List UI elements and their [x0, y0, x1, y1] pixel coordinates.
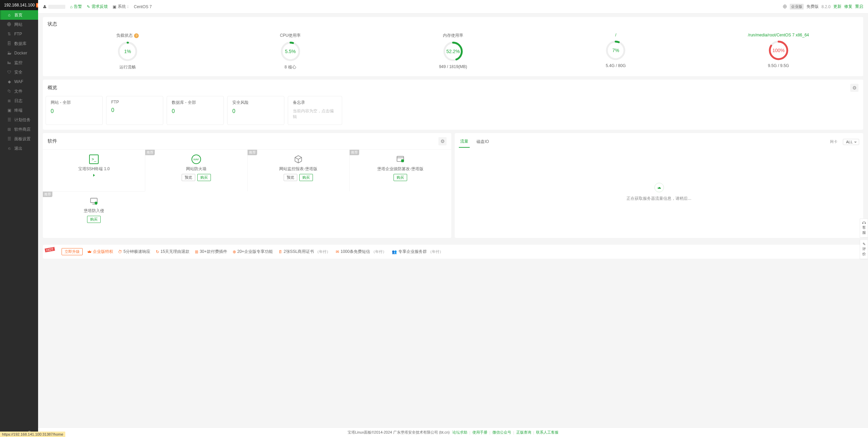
status-title: 状态	[48, 21, 57, 27]
play-indicator	[93, 174, 95, 177]
nav-waf[interactable]: ◆WAF	[0, 77, 38, 86]
nav-db[interactable]: 🗄︎数据库	[0, 39, 38, 48]
cs-button[interactable]: 🎧︎客服	[860, 218, 868, 238]
promo-icon: 📄︎	[278, 249, 282, 254]
help-icon[interactable]: ?	[134, 33, 139, 38]
globe-icon: 🌐︎	[7, 22, 12, 27]
float-buttons: 🎧︎客服 ✎评价	[860, 218, 868, 259]
software-item-2[interactable]: 推荐 网站监控报表-堡塔版 预览 购买	[247, 149, 349, 191]
card-title: FTP	[111, 100, 158, 104]
footer-link-4[interactable]: 联系人工客服	[536, 430, 558, 435]
buy-button[interactable]: 购买	[197, 174, 211, 181]
free-tag: 免费版	[806, 4, 819, 10]
software-item-3[interactable]: 推荐 堡塔企业级防篡改-堡塔版 购买	[349, 149, 451, 191]
headset-icon: 🎧︎	[861, 221, 867, 225]
promo-item-6[interactable]: 👥专享企业服务群（年付）	[392, 249, 443, 255]
nav-logout[interactable]: ⎋退出	[0, 144, 38, 153]
nav-settings[interactable]: ☰面板设置	[0, 134, 38, 144]
gauge-value: 5.5%	[280, 41, 301, 62]
overview-card-2[interactable]: 数据库 - 全部 0	[167, 96, 224, 125]
buy-button[interactable]: 购买	[394, 174, 407, 181]
card-title: 数据库 - 全部	[172, 100, 219, 106]
gauge-0[interactable]: 负载状态? 1% 运行流畅	[46, 33, 209, 70]
user-menu[interactable]: 👤︎	[43, 4, 65, 9]
promo-item-3[interactable]: ⊕20+企业版专享功能	[233, 249, 273, 255]
gauge-4[interactable]: /run/media/root/CentOS 7 x86_64 100% 9.5…	[697, 33, 860, 70]
card-value: 0	[232, 108, 279, 114]
gauge-3[interactable]: / 7% 5.4G / 80G	[534, 33, 697, 70]
promo-icon: ⏱	[118, 249, 122, 254]
chart-icon: 📊︎	[7, 60, 12, 65]
update-link[interactable]: 更新	[833, 4, 841, 10]
review-button[interactable]: ✎评价	[860, 240, 868, 259]
footer-link-0[interactable]: 论坛求助	[452, 430, 467, 435]
net-select[interactable]: ALL	[843, 139, 859, 145]
software-item-1[interactable]: 推荐 WAF 网站防火墙 预览 购买	[145, 149, 247, 191]
nav-cron[interactable]: ☰计划任务	[0, 115, 38, 125]
buy-button[interactable]: 购买	[87, 216, 101, 223]
software-panel: 软件⚙ >_ 宝塔SSH终端 1.0 推荐 WAF 网站防火墙 预览 购买 推荐…	[43, 133, 451, 238]
nav-ftp[interactable]: ⇅FTP	[0, 29, 38, 39]
nav-site[interactable]: 🌐︎网站	[0, 20, 38, 29]
shield-small-icon: 🛡︎	[7, 70, 12, 75]
software-item-0[interactable]: >_ 宝塔SSH终端 1.0	[43, 149, 145, 191]
card-title: 安全风险	[232, 100, 279, 106]
nav-store[interactable]: ⊞软件商店	[0, 125, 38, 134]
tab-traffic[interactable]: 流量	[459, 136, 470, 148]
gauge-ring: 52.2%	[443, 41, 463, 62]
overview-card-3[interactable]: 安全风险 0	[227, 96, 284, 125]
gauge-sub: 运行流畅	[119, 64, 136, 70]
nav-logs[interactable]: ≣日志	[0, 96, 38, 106]
buy-button[interactable]: 购买	[299, 174, 313, 181]
card-value: 0	[51, 108, 98, 114]
promo-item-5[interactable]: ✉1000条免费短信（年付）	[336, 249, 386, 255]
gauge-2[interactable]: 内存使用率 52.2% 949 / 1819(MB)	[372, 33, 534, 70]
nav-files[interactable]: 📁︎文件	[0, 86, 38, 96]
promo-item-2[interactable]: ⊞30+款付费插件	[195, 249, 227, 255]
overview-settings-button[interactable]: ⚙	[850, 84, 858, 92]
terminal-app-icon: >_	[89, 155, 99, 164]
memo-placeholder: 当前内容为空，点击编辑	[293, 108, 337, 120]
nav-terminal[interactable]: ▣终端	[0, 106, 38, 115]
gauge-sub: 949 / 1819(MB)	[439, 64, 467, 69]
username-blurred	[48, 5, 65, 9]
upgrade-button[interactable]: 立即升级	[62, 248, 83, 255]
card-title: 网站 - 全部	[51, 100, 98, 106]
nav-monitor[interactable]: 📊︎监控	[0, 58, 38, 67]
footer-link-3[interactable]: 正版查询	[516, 430, 531, 435]
traffic-panel: 流量 磁盘IO 网卡 ALL 🐢︎ 正在获取服务器流量信息，请稍后...	[455, 133, 863, 238]
promo-item-4[interactable]: 📄︎2张SSL商用证书（年付）	[278, 249, 330, 255]
software-settings-button[interactable]: ⚙	[438, 137, 447, 145]
nav-home[interactable]: ⌂首页	[0, 10, 38, 20]
feedback-link[interactable]: ✎需求反馈	[87, 4, 108, 10]
promo-item-1[interactable]: ↻15天无理由退款	[156, 249, 189, 255]
nav-docker[interactable]: 🐳︎Docker	[0, 48, 38, 58]
preview-button[interactable]: 预览	[182, 174, 195, 181]
gauge-value: 52.2%	[443, 41, 463, 62]
gauge-title: 负载状态?	[116, 33, 139, 38]
gauge-1[interactable]: CPU使用率 5.5% 8 核心	[209, 33, 371, 70]
empty-cell	[349, 191, 451, 233]
tab-diskio[interactable]: 磁盘IO	[475, 136, 490, 147]
repair-link[interactable]: 修复	[844, 4, 852, 10]
monitor-shield-icon	[89, 196, 99, 206]
preview-button[interactable]: 预览	[284, 174, 297, 181]
terminal-icon: ▣	[7, 108, 12, 113]
footer-link-2[interactable]: 微信公众号	[493, 430, 511, 435]
overview-card-1[interactable]: FTP 0	[106, 96, 163, 125]
crown-icon	[87, 250, 91, 254]
bell-icon: ⌂	[70, 4, 72, 9]
edit-icon: ✎	[87, 4, 90, 9]
restart-link[interactable]: 重启	[855, 4, 863, 10]
memo-card[interactable]: 备忘录 当前内容为空，点击编辑	[288, 96, 342, 125]
nav-security[interactable]: 🛡︎安全	[0, 67, 38, 77]
svg-rect-12	[402, 160, 404, 162]
promo-item-0[interactable]: ⏱5分钟极速响应	[118, 249, 150, 255]
alarm-link[interactable]: ⌂告警	[70, 4, 82, 10]
db-icon: 🗄︎	[7, 41, 12, 46]
recommend-tag: 推荐	[248, 150, 257, 155]
footer-link-1[interactable]: 使用手册	[472, 430, 487, 435]
gauge-sub: 5.4G / 80G	[606, 63, 626, 68]
software-item-4[interactable]: 推荐 堡塔防入侵 购买	[43, 191, 145, 233]
overview-card-0[interactable]: 网站 - 全部 0	[46, 96, 103, 125]
